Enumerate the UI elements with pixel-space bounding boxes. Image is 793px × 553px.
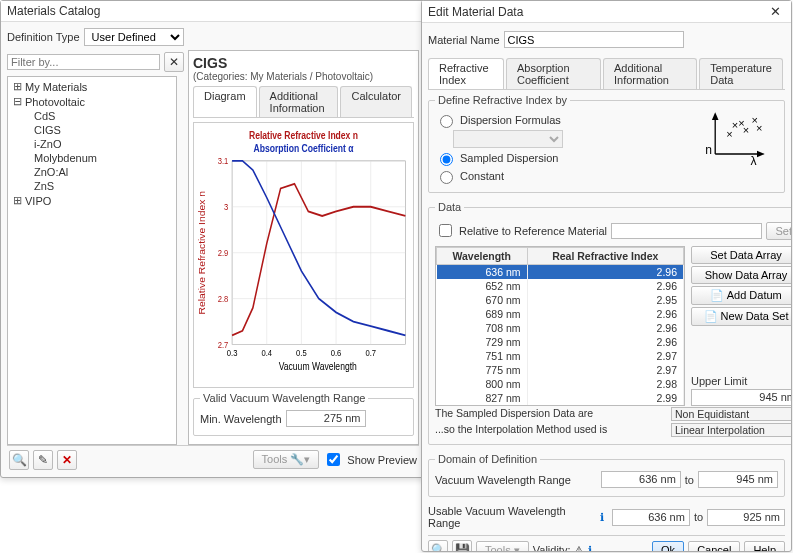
tab-calculator[interactable]: Calculator [340,86,412,117]
mat-titlebar: Materials Catalog [1,1,425,22]
samp-value: Non Equidistant [671,407,791,421]
zoom-icon[interactable]: 🔍 [9,450,29,470]
table-row[interactable]: 751 nm2.97 [437,349,684,363]
interp-label: ...so the Interpolation Method used is [435,423,607,437]
table-row[interactable]: 775 nm2.97 [437,363,684,377]
tree-item[interactable]: Molybdenum [10,151,174,165]
svg-text:×: × [756,122,762,134]
svg-text:3.1: 3.1 [218,156,229,167]
nlambda-diagram-icon: nλ ××× ××× [700,110,770,165]
clear-filter-icon[interactable]: ✕ [164,52,184,72]
upper-limit-value[interactable]: 945 nm [691,389,791,406]
help-button[interactable]: Help [744,541,785,551]
materials-tree[interactable]: ⊞My Materials ⊟Photovoltaic CdS CIGS i-Z… [7,76,177,445]
tab-diagram[interactable]: Diagram [193,86,257,117]
svg-text:2.7: 2.7 [218,339,229,350]
tree-item[interactable]: i-ZnO [10,137,174,151]
filter-input[interactable] [7,54,160,70]
rel-ref-check[interactable]: Relative to Reference Material [435,221,607,240]
tools-button[interactable]: Tools 🔧▾ [253,450,320,469]
chart-heading: CIGS [193,55,414,71]
radio-constant[interactable] [440,171,453,184]
edit-title: Edit Material Data [428,5,523,19]
vwr-from[interactable]: 636 nm [601,471,681,488]
table-row[interactable]: 652 nm2.96 [437,279,684,293]
svg-text:3: 3 [224,202,229,213]
svg-text:Relative Refractive Index n: Relative Refractive Index n [249,129,358,141]
table-row[interactable]: 855 nm2.98 [437,405,684,406]
tab-addinfo2[interactable]: Additional Information [603,58,697,89]
table-row[interactable]: 636 nm2.96 [437,265,684,280]
data-table[interactable]: WavelengthReal Refractive Index 636 nm2.… [435,246,685,406]
new-data-set-button[interactable]: 📄 New Data Set [691,307,791,326]
chart-tabs: Diagram Additional Information Calculato… [193,86,414,118]
table-row[interactable]: 708 nm2.96 [437,321,684,335]
materials-catalog-window: Materials Catalog Definition Type User D… [0,0,426,478]
define-group: Define Refractive Index by Dispersion Fo… [428,94,785,193]
warning-icon[interactable]: ⚠ [574,544,584,552]
svg-text:n: n [705,143,712,157]
svg-marker-26 [712,112,719,120]
tree-item[interactable]: CIGS [10,123,174,137]
cancel-button[interactable]: Cancel [688,541,740,551]
upper-limit-label: Upper Limit [691,375,791,387]
domain-group: Domain of Definition Vacuum Wavelength R… [428,453,785,497]
data-group: Data Relative to Reference Material Set … [428,201,791,445]
tree-item[interactable]: CdS [10,109,174,123]
vwr-to[interactable]: 945 nm [698,471,778,488]
matname-input[interactable] [504,31,684,48]
chart-pane: CIGS (Categories: My Materials / Photovo… [188,50,419,445]
ref-material-input [611,223,763,239]
radio-dispersion[interactable] [440,115,453,128]
validity-label: Validity: [533,544,571,551]
tab-refractive[interactable]: Refractive Index [428,58,504,89]
edit-tabs: Refractive Index Absorption Coefficient … [428,58,785,90]
svg-text:Vacuum Wavelength: Vacuum Wavelength [279,360,357,372]
interp-value: Linear Interpolation [671,423,791,437]
vwr-label: Vacuum Wavelength Range [435,474,571,486]
add-datum-button[interactable]: 📄 Add Datum [691,286,791,305]
tree-vipo[interactable]: VIPO [25,195,51,207]
tree-photovoltaic[interactable]: Photovoltaic [25,96,85,108]
svg-text:0.5: 0.5 [296,347,307,358]
tab-addinfo[interactable]: Additional Information [259,86,339,117]
minwl-value[interactable]: 275 nm [286,410,366,427]
chart-area: Relative Refractive Index n Absorption C… [193,122,414,388]
svg-text:0.4: 0.4 [261,347,272,358]
table-row[interactable]: 800 nm2.98 [437,377,684,391]
tab-absorption[interactable]: Absorption Coefficient [506,58,601,89]
minwl-label: Min. Wavelength [200,413,282,425]
dispersion-select [453,130,563,148]
table-row[interactable]: 827 nm2.99 [437,391,684,405]
tree-item[interactable]: ZnO:Al [10,165,174,179]
table-row[interactable]: 670 nm2.95 [437,293,684,307]
tree-item[interactable]: ZnS [10,179,174,193]
chart-subtext: (Categories: My Materials / Photovoltaic… [193,71,414,82]
set-button: Set [766,222,791,240]
show-preview-check[interactable]: Show Preview [323,450,417,469]
zoom-icon[interactable]: 🔍 [428,540,448,551]
info-icon[interactable]: ℹ [600,511,604,524]
save-icon[interactable]: 💾 [452,540,472,551]
set-data-array-button[interactable]: Set Data Array [691,246,791,264]
table-row[interactable]: 729 nm2.96 [437,335,684,349]
svg-text:0.7: 0.7 [365,347,376,358]
edit-icon[interactable]: ✎ [33,450,53,470]
table-row[interactable]: 689 nm2.96 [437,307,684,321]
tree-mymaterials[interactable]: My Materials [25,81,87,93]
svg-marker-28 [757,151,765,158]
def-type-select[interactable]: User Defined [84,28,184,46]
tab-temp[interactable]: Temperature Data [699,58,783,89]
ok-button[interactable]: Ok [652,541,684,551]
uvwr-to[interactable]: 925 nm [707,509,785,526]
radio-sampled[interactable] [440,153,453,166]
svg-text:Absorption Coefficient α: Absorption Coefficient α [254,142,354,154]
svg-text:0.3: 0.3 [227,347,238,358]
show-data-array-button[interactable]: Show Data Array [691,266,791,284]
close-icon[interactable]: ✕ [766,4,785,19]
info-icon[interactable]: ℹ [588,544,592,552]
delete-icon[interactable]: ✕ [57,450,77,470]
valid-range-group: Valid Vacuum Wavelength Range Min. Wavel… [193,392,414,436]
uvwr-from[interactable]: 636 nm [612,509,690,526]
tools-button: Tools ▾ [476,541,529,552]
